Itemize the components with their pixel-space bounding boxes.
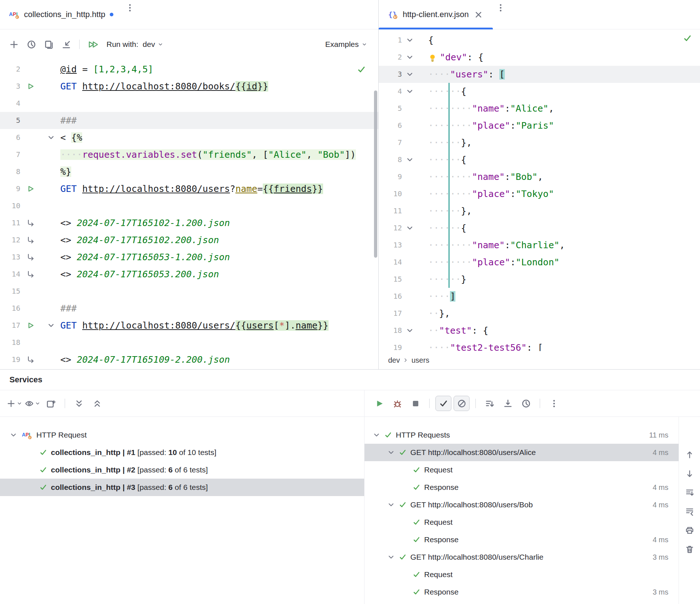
fold-chevron-icon[interactable] <box>406 53 414 61</box>
next-occurrence-icon[interactable] <box>682 466 697 481</box>
editor-line-7[interactable]: 7······}, <box>379 134 700 151</box>
tab-collections-in-http[interactable]: API collections_in_http.http <box>0 0 122 29</box>
editor-line-14[interactable]: 14········"place":"London" <box>379 254 700 271</box>
add-icon[interactable] <box>7 396 23 411</box>
editor-line-6[interactable]: 6< {% <box>0 129 378 146</box>
delete-results-icon[interactable] <box>682 542 697 556</box>
env-editor[interactable]: 1{2"dev": {3····"users": [4······{5·····… <box>379 29 700 351</box>
rerun-icon[interactable] <box>371 396 387 411</box>
requests-root-row[interactable]: HTTP Requests11 ms <box>365 426 679 444</box>
editor-line-2[interactable]: 2@id = [1,2,3,4,5] <box>0 61 378 78</box>
editor-line-11[interactable]: 11<> 2024-07-17T165102-1.200.json <box>0 214 378 231</box>
examples-dropdown[interactable]: Examples <box>325 40 373 49</box>
editor-line-2[interactable]: 2"dev": { <box>379 49 700 66</box>
editor-line-10[interactable]: 10 <box>0 197 378 214</box>
run-icon[interactable] <box>26 82 35 90</box>
service-root-row[interactable]: APIHTTP Request <box>0 426 364 444</box>
request-child-row[interactable]: Response4 ms <box>365 531 679 548</box>
request-child-row[interactable]: Request <box>365 514 679 531</box>
environment-select[interactable]: dev <box>143 40 164 49</box>
editor-line-19[interactable]: 19····"test2-test56": [ <box>379 339 700 351</box>
test-run-row-1[interactable]: collections_in_http | #1 [passed: 10 of … <box>0 444 364 461</box>
chevron-down-icon[interactable] <box>373 431 381 439</box>
sort-by-duration-icon[interactable] <box>482 396 498 411</box>
request-row-1[interactable]: GET http://localhost:8080/users/Alice4 m… <box>365 444 679 461</box>
editor-line-3[interactable]: 3····"users": [ <box>379 66 700 83</box>
open-in-new-tab-icon[interactable] <box>43 396 59 411</box>
open-log-icon[interactable] <box>58 37 74 52</box>
chevron-down-icon[interactable] <box>387 553 395 561</box>
editor-line-10[interactable]: 10········"place":"Tokyo" <box>379 185 700 202</box>
editor-line-4[interactable]: 4 <box>0 95 378 112</box>
editor-line-15[interactable]: 15······} <box>379 271 700 288</box>
stop-icon[interactable] <box>407 396 423 411</box>
editor-line-16[interactable]: 16### <box>0 300 378 317</box>
add-icon[interactable] <box>6 37 22 52</box>
editor-line-5[interactable]: 5········"name":"Alice", <box>379 100 700 117</box>
editor-line-16[interactable]: 16····] <box>379 288 700 305</box>
print-icon[interactable] <box>682 523 697 537</box>
debug-icon[interactable] <box>389 396 405 411</box>
editor-line-9[interactable]: 9GET http://localhost:8080/users?name={{… <box>0 180 378 197</box>
editor-line-13[interactable]: 13<> 2024-07-17T165053-1.200.json <box>0 249 378 266</box>
fold-chevron-icon[interactable] <box>406 156 414 164</box>
fold-chevron-icon[interactable] <box>47 321 55 330</box>
editor-line-1[interactable]: 1{ <box>379 32 700 49</box>
request-row-3[interactable]: GET http://localhost:8080/users/Charlie3… <box>365 548 679 566</box>
editor-line-17[interactable]: 17GET http://localhost:8080/users/{{user… <box>0 317 378 334</box>
chevron-down-icon[interactable] <box>9 431 17 439</box>
request-child-row[interactable]: Request <box>365 461 679 479</box>
editor-line-13[interactable]: 13········"name":"Charlie", <box>379 237 700 254</box>
fold-chevron-icon[interactable] <box>406 70 414 78</box>
breadcrumb-item[interactable]: users <box>411 356 429 365</box>
chevron-down-icon[interactable] <box>387 501 395 509</box>
fold-chevron-icon[interactable] <box>47 133 55 142</box>
close-tab-icon[interactable] <box>473 9 484 20</box>
more-options-icon[interactable] <box>546 396 562 411</box>
chevron-down-icon[interactable] <box>387 448 395 456</box>
editor-line-12[interactable]: 12······{ <box>379 220 700 237</box>
tab-http-client-env-json[interactable]: {} http-client.env.json <box>379 0 493 29</box>
vertical-scrollbar[interactable] <box>374 90 377 258</box>
more-options-icon[interactable] <box>122 0 138 15</box>
run-all-icon[interactable] <box>85 37 101 52</box>
editor-line-9[interactable]: 9········"name":"Bob", <box>379 168 700 185</box>
previous-occurrence-icon[interactable] <box>682 447 697 462</box>
editor-line-18[interactable]: 18··"test": { <box>379 322 700 339</box>
editor-line-6[interactable]: 6········"place":"Paris" <box>379 117 700 134</box>
show-ignored-icon[interactable] <box>454 396 470 411</box>
expand-all-icon[interactable] <box>71 396 87 411</box>
test-run-row-2[interactable]: collections_in_http | #2 [passed: 6 of 6… <box>0 461 364 479</box>
response-file-icon[interactable] <box>26 219 35 227</box>
http-editor[interactable]: 2@id = [1,2,3,4,5]3GET http://localhost:… <box>0 59 378 369</box>
fold-chevron-icon[interactable] <box>406 326 414 335</box>
editor-line-3[interactable]: 3GET http://localhost:8080/books/{{id}} <box>0 78 378 95</box>
editor-line-17[interactable]: 17··}, <box>379 305 700 322</box>
editor-line-19[interactable]: 19<> 2024-07-17T165109-2.200.json <box>0 351 378 368</box>
editor-line-18[interactable]: 18 <box>0 334 378 351</box>
inspections-passed-icon[interactable] <box>683 34 692 43</box>
test-run-row-3[interactable]: collections_in_http | #3 [passed: 6 of 6… <box>0 479 364 496</box>
import-results-icon[interactable] <box>500 396 516 411</box>
editor-line-14[interactable]: 14<> 2024-07-17T165053.200.json <box>0 266 378 283</box>
editor-line-8[interactable]: 8······{ <box>379 151 700 168</box>
response-file-icon[interactable] <box>26 236 35 244</box>
test-history-icon[interactable] <box>518 396 534 411</box>
bulb-icon[interactable] <box>428 53 437 62</box>
inspections-passed-icon[interactable] <box>357 65 366 74</box>
editor-line-8[interactable]: 8%} <box>0 163 378 180</box>
editor-line-11[interactable]: 11······}, <box>379 202 700 220</box>
request-row-2[interactable]: GET http://localhost:8080/users/Bob4 ms <box>365 496 679 514</box>
fold-chevron-icon[interactable] <box>406 224 414 232</box>
eye-icon[interactable] <box>25 396 41 411</box>
expand-lines-icon[interactable] <box>682 485 697 500</box>
collapse-all-icon[interactable] <box>89 396 105 411</box>
response-file-icon[interactable] <box>26 253 35 261</box>
request-child-row[interactable]: Response4 ms <box>365 479 679 496</box>
request-child-row[interactable]: Request <box>365 566 679 583</box>
fold-chevron-icon[interactable] <box>406 87 414 96</box>
run-icon[interactable] <box>26 185 35 193</box>
editor-line-4[interactable]: 4······{ <box>379 83 700 100</box>
response-file-icon[interactable] <box>26 270 35 278</box>
breadcrumb-item[interactable]: dev <box>388 356 400 365</box>
